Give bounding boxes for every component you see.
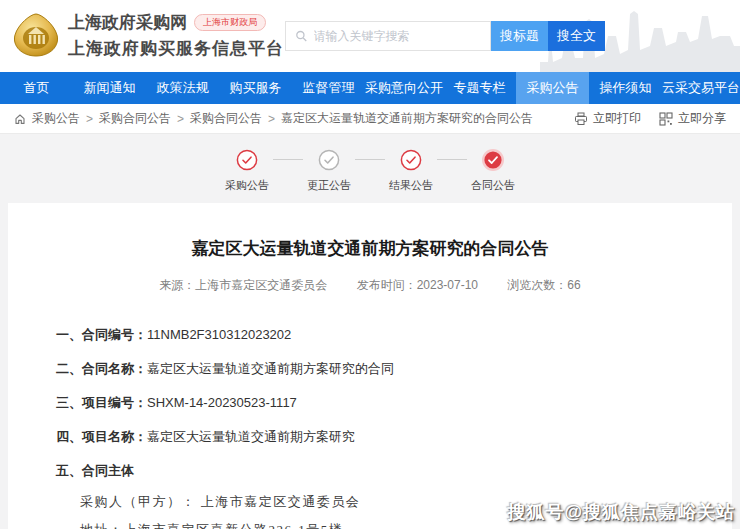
page: 上海政府采购网 上海市财政局 上海政府购买服务信息平台 搜标题 搜全文 首页新闻… <box>0 0 740 529</box>
share-button[interactable]: 立即分享 <box>659 110 726 127</box>
share-label: 立即分享 <box>678 110 726 127</box>
print-button[interactable]: 立即打印 <box>574 110 641 127</box>
nav-item-9[interactable]: 云采交易平台 <box>662 72 740 104</box>
article-card: 嘉定区大运量轨道交通前期方案研究的合同公告 来源：上海市嘉定区交通委员会 发布时… <box>8 203 732 529</box>
search-area: 搜标题 搜全文 <box>285 21 605 51</box>
contract-field-1: 二、合同名称：嘉定区大运量轨道交通前期方案研究的合同 <box>56 360 684 378</box>
search-box <box>285 21 491 51</box>
qr-code-icon <box>659 112 673 126</box>
meta-source: 来源：上海市嘉定区交通委员会 <box>159 278 327 292</box>
nav-item-6[interactable]: 专题专栏 <box>443 72 516 104</box>
meta-publish-date: 发布时间：2023-07-10 <box>357 278 478 292</box>
site-title: 上海政府采购网 <box>68 11 187 34</box>
home-icon[interactable] <box>14 113 26 125</box>
main-nav: 首页新闻通知政策法规购买服务监督管理采购意向公开专题专栏采购公告操作须知云采交易… <box>0 72 740 104</box>
step-label: 结果公告 <box>389 178 433 193</box>
breadcrumb-item-3[interactable]: 嘉定区大运量轨道交通前期方案研究的合同公告 <box>281 110 533 127</box>
article-meta: 来源：上海市嘉定区交通委员会 发布时间：2023-07-10 浏览次数：66 <box>56 277 684 294</box>
nav-item-7-active[interactable]: 采购公告 <box>516 72 589 104</box>
breadcrumb-separator: > <box>177 112 184 126</box>
finance-bureau-badge: 上海市财政局 <box>194 14 266 31</box>
search-icon <box>295 29 308 43</box>
search-input[interactable] <box>314 29 481 43</box>
step-check-icon-done <box>235 148 259 172</box>
brand-text: 上海政府采购网 上海市财政局 上海政府购买服务信息平台 <box>68 11 284 60</box>
nav-item-3[interactable]: 购买服务 <box>219 72 292 104</box>
nav-item-5[interactable]: 采购意向公开 <box>365 72 443 104</box>
announcement-steps: 采购公告更正公告结果公告合同公告 <box>0 134 740 203</box>
print-label: 立即打印 <box>593 110 641 127</box>
breadcrumb-separator: > <box>86 112 93 126</box>
breadcrumb-bar: 采购公告>采购合同公告>采购合同公告>嘉定区大运量轨道交通前期方案研究的合同公告… <box>0 104 740 134</box>
search-fulltext-button[interactable]: 搜全文 <box>548 21 605 51</box>
site-logo-icon <box>12 11 60 59</box>
nav-item-4[interactable]: 监督管理 <box>292 72 365 104</box>
field-value: 嘉定区大运量轨道交通前期方案研究的合同 <box>147 361 394 376</box>
article-body: 一、合同编号：11NMB2F310312023202二、合同名称：嘉定区大运量轨… <box>56 326 684 529</box>
field-label: 一、合同编号： <box>56 327 147 342</box>
breadcrumb-item-0[interactable]: 采购公告 <box>32 110 80 127</box>
brand: 上海政府采购网 上海市财政局 上海政府购买服务信息平台 <box>12 11 284 60</box>
contract-field-3: 四、项目名称：嘉定区大运量轨道交通前期方案研究 <box>56 428 684 446</box>
meta-view-count: 浏览次数：66 <box>507 278 580 292</box>
breadcrumb-actions: 立即打印 立即分享 <box>574 110 726 127</box>
field-value: 嘉定区大运量轨道交通前期方案研究 <box>147 429 355 444</box>
watermark: 搜狐号@搜狐焦点嘉峪关站 <box>507 500 735 524</box>
field-value: SHXM-14-20230523-1117 <box>147 395 297 410</box>
section5-heading: 五、合同主体 <box>56 462 684 480</box>
step-label: 合同公告 <box>471 178 515 193</box>
contract-field-2: 三、项目编号：SHXM-14-20230523-1117 <box>56 394 684 412</box>
step-check-icon-done <box>399 148 423 172</box>
step-2-done: 结果公告 <box>385 148 437 193</box>
site-subtitle: 上海政府购买服务信息平台 <box>68 37 284 60</box>
step-label: 采购公告 <box>225 178 269 193</box>
field-label: 三、项目编号： <box>56 395 147 410</box>
printer-icon <box>574 112 588 126</box>
step-0-done: 采购公告 <box>221 148 273 193</box>
step-1-inactive: 更正公告 <box>303 148 355 193</box>
field-value: 11NMB2F310312023202 <box>147 327 291 342</box>
step-connector <box>437 159 467 160</box>
step-label: 更正公告 <box>307 178 351 193</box>
breadcrumb-item-1[interactable]: 采购合同公告 <box>99 110 171 127</box>
contract-field-0: 一、合同编号：11NMB2F310312023202 <box>56 326 684 344</box>
step-check-icon-inactive <box>317 148 341 172</box>
field-label: 四、项目名称： <box>56 429 147 444</box>
nav-item-0[interactable]: 首页 <box>0 72 73 104</box>
nav-item-1[interactable]: 新闻通知 <box>73 72 146 104</box>
page-title: 嘉定区大运量轨道交通前期方案研究的合同公告 <box>56 237 684 260</box>
nav-item-2[interactable]: 政策法规 <box>146 72 219 104</box>
nav-item-8[interactable]: 操作须知 <box>589 72 662 104</box>
search-title-button[interactable]: 搜标题 <box>491 21 548 51</box>
step-connector <box>355 159 385 160</box>
step-connector <box>273 159 303 160</box>
breadcrumb: 采购公告>采购合同公告>采购合同公告>嘉定区大运量轨道交通前期方案研究的合同公告 <box>14 110 533 127</box>
site-header: 上海政府采购网 上海市财政局 上海政府购买服务信息平台 搜标题 搜全文 <box>0 0 740 72</box>
step-3-current: 合同公告 <box>467 148 519 193</box>
breadcrumb-separator: > <box>268 112 275 126</box>
breadcrumb-item-2[interactable]: 采购合同公告 <box>190 110 262 127</box>
field-label: 二、合同名称： <box>56 361 147 376</box>
step-check-icon-current <box>481 148 505 172</box>
